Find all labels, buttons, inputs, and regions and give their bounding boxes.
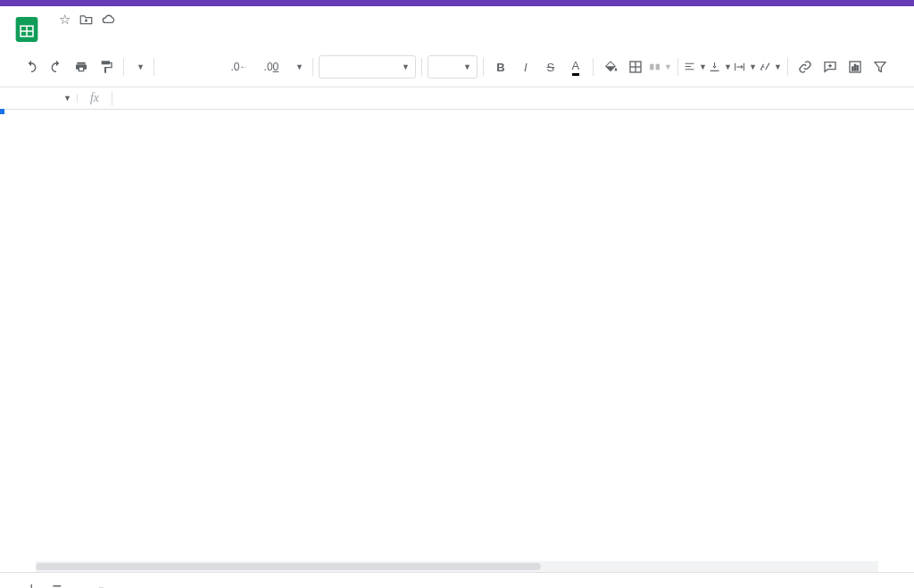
horizontal-scrollbar[interactable]: [36, 561, 878, 572]
menu-format[interactable]: [116, 29, 129, 37]
menu-data[interactable]: [132, 29, 145, 37]
selection-box: [0, 110, 4, 113]
sheet-tab[interactable]: ▼: [78, 578, 114, 588]
cloud-status-icon[interactable]: [102, 14, 120, 25]
name-box[interactable]: ▼: [0, 94, 78, 103]
comment-button[interactable]: [818, 55, 842, 79]
decrease-decimal-button[interactable]: .0←: [224, 55, 254, 79]
menu-extensions[interactable]: [164, 29, 177, 37]
menu-help[interactable]: [180, 29, 193, 37]
italic-button[interactable]: I: [514, 55, 537, 79]
svg-rect-7: [650, 64, 653, 70]
borders-button[interactable]: [624, 55, 647, 79]
rotate-button[interactable]: ▼: [759, 55, 782, 79]
fx-icon: fx: [78, 91, 112, 105]
increase-decimal-button[interactable]: .00: [256, 55, 287, 79]
currency-button[interactable]: [160, 55, 190, 79]
more-formats-button[interactable]: ▼: [288, 55, 307, 79]
bold-button[interactable]: B: [489, 55, 512, 79]
svg-rect-8: [655, 64, 659, 70]
percent-button[interactable]: [192, 55, 222, 79]
h-align-button[interactable]: ▼: [684, 55, 707, 79]
link-button[interactable]: [794, 55, 817, 79]
svg-rect-16: [857, 66, 858, 70]
document-header: ☆: [0, 6, 914, 47]
v-align-button[interactable]: ▼: [709, 55, 732, 79]
menu-tools[interactable]: [148, 29, 161, 37]
sheet-footer: + ≡ ▼: [0, 572, 914, 588]
wrap-button[interactable]: ▼: [734, 55, 757, 79]
menu-insert[interactable]: [100, 29, 112, 37]
font-size-select[interactable]: ▼: [428, 55, 478, 79]
filter-button[interactable]: [868, 55, 892, 79]
menu-view[interactable]: [84, 29, 96, 37]
fill-color-button[interactable]: [599, 55, 622, 79]
menu-edit[interactable]: [68, 29, 80, 37]
svg-rect-15: [854, 64, 855, 70]
strikethrough-button[interactable]: S: [539, 55, 562, 79]
menu-bar: [52, 29, 202, 37]
sheets-logo[interactable]: [9, 12, 45, 47]
formula-bar: ▼ fx: [0, 87, 914, 110]
print-button[interactable]: [70, 55, 93, 79]
browser-theme-bar: [0, 0, 914, 6]
zoom-select[interactable]: ▼: [129, 55, 148, 79]
star-icon[interactable]: ☆: [59, 12, 71, 28]
move-icon[interactable]: [79, 12, 93, 28]
text-color-button[interactable]: A: [564, 55, 587, 79]
svg-rect-14: [852, 67, 853, 70]
fill-handle[interactable]: [0, 109, 4, 114]
undo-button[interactable]: [20, 55, 43, 79]
merge-button[interactable]: ▼: [649, 55, 672, 79]
redo-button[interactable]: [45, 55, 68, 79]
font-select[interactable]: ▼: [319, 55, 416, 79]
menu-file[interactable]: [52, 29, 64, 37]
all-sheets-button[interactable]: ≡: [53, 580, 62, 589]
paint-format-button[interactable]: [95, 55, 118, 79]
sheet-area: [0, 110, 914, 561]
chart-button[interactable]: [843, 55, 867, 79]
add-sheet-button[interactable]: +: [27, 580, 37, 589]
toolbar: ▼ .0← .00 ▼ ▼ ▼ B I S A ▼ ▼ ▼ ▼ ▼: [0, 47, 914, 87]
